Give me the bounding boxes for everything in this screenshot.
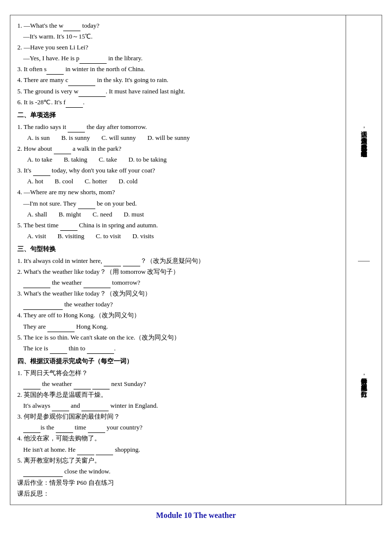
sc1-line: 1. The radio says it the day after tomor… — [17, 122, 339, 132]
tr4-line2: They are Hong Kong. — [23, 321, 339, 332]
sc2-optD[interactable]: D. to be taking — [128, 154, 166, 165]
sc3-blank[interactable] — [33, 169, 50, 176]
tr5-blank1[interactable] — [50, 347, 67, 354]
tr2-blank2[interactable] — [83, 281, 111, 288]
tr3-line1: 3. What's the weather like today？（改为同义句） — [17, 288, 339, 299]
q3-blank[interactable] — [46, 68, 64, 75]
section4-title: 四、根据汉语提示完成句子（每空一词） — [17, 356, 339, 367]
q1-blank[interactable] — [63, 24, 80, 31]
homework-line1: 课后作业：情景导学 P60 自在练习 — [17, 477, 339, 488]
sc3-optA[interactable]: A. hot — [27, 176, 43, 187]
tr2-line2: the weather tomorrow? — [23, 277, 339, 288]
q5-blank[interactable] — [78, 90, 106, 97]
sc5-optD[interactable]: D. visits — [132, 231, 154, 242]
sc4-line1: 4. —Where are my new shorts, mom? — [17, 187, 339, 198]
tl4-en: He isn't at home. He shopping. — [23, 444, 339, 455]
sc2-optC[interactable]: C. take — [99, 154, 117, 165]
sc1-optD[interactable]: D. will be sunny — [148, 132, 190, 143]
sc1-optB[interactable]: B. is sunny — [61, 132, 90, 143]
sc5-blank[interactable] — [60, 224, 78, 231]
q2-line1: 2. —Have you seen Li Lei? — [17, 42, 339, 53]
q1-line2: —It's warm. It's 10～15℃. — [23, 31, 339, 42]
sc5-line: 5. The best time China is in spring and … — [17, 220, 339, 231]
sc1-optC[interactable]: C. will sunny — [102, 132, 136, 143]
q1-line1: 1. —What's the w today? — [17, 20, 339, 31]
sc2-blank[interactable] — [54, 147, 71, 154]
q1-num: 1. —What's the w — [17, 22, 63, 29]
left-panel: 1. —What's the w today? —It's warm. It's… — [10, 15, 346, 505]
tr5-blank2[interactable] — [87, 347, 114, 354]
q6-blank[interactable] — [66, 101, 83, 108]
homework-section: 课后作业：情景导学 P60 自在练习 课后反思： — [17, 477, 339, 499]
tl2-cn: 2. 英国的冬季总是温暖而干燥。 — [17, 389, 339, 400]
right-bottom-content: 情景导学师讲时，生用红笔纠正并批改，打出分数。 — [358, 373, 370, 392]
sc3-optB[interactable]: B. cool — [55, 176, 74, 187]
tr3-blank1[interactable] — [23, 303, 63, 310]
tl2-en: It's always and winter in England. — [23, 400, 339, 411]
sc5-optA[interactable]: A. visit — [27, 231, 46, 242]
tl1-blank1[interactable] — [23, 383, 40, 389]
sc4-optD[interactable]: D. must — [123, 209, 144, 220]
tl4-cn: 4. 他没在家，可能去购物了。 — [17, 433, 339, 444]
sc3-optD[interactable]: D. cold — [118, 176, 137, 187]
right-top-text: 课后训练，为课后家庭作业，完成后交老师处批改，总结出学生的学习效果与不足之处。 — [358, 19, 370, 261]
tl1-en: the weather next Sunday? — [23, 379, 339, 389]
tl5-blank1[interactable] — [23, 470, 63, 477]
tl1-blank3[interactable] — [92, 383, 110, 389]
section-fill: 1. —What's the w today? —It's warm. It's… — [17, 20, 339, 108]
sc4-optA[interactable]: A. shall — [27, 209, 47, 220]
q2-blank[interactable] — [79, 57, 107, 64]
section-single: 二、单项选择 1. The radio says it the day afte… — [17, 110, 339, 242]
tr4-line1: 4. They are off to Hong Kong.（改为同义句） — [17, 310, 339, 321]
tr5-line1: 5. The ice is so thin. We can't skate on… — [17, 332, 339, 343]
sc5-options: A. visit B. visiting C. to visit D. visi… — [27, 231, 339, 242]
q4-line: 4. There are many c in the sky. It's goi… — [17, 75, 339, 85]
homework-line2: 课后反思： — [17, 488, 339, 499]
sc1-blank[interactable] — [68, 126, 85, 132]
tl1-cn: 1. 下周日天气将会怎样？ — [17, 368, 339, 379]
q1-after: today? — [80, 22, 99, 29]
sc2-optA[interactable]: A. to take — [27, 154, 52, 165]
tl3-en: is the time your country? — [23, 422, 339, 433]
section-transform: 三、句型转换 1. It's always cold in winter her… — [17, 244, 339, 354]
tr1-line1: 1. It's always cold in winter here, ？（改为… — [17, 256, 339, 266]
sc4-blank[interactable] — [78, 202, 95, 209]
tr1-blank1[interactable] — [104, 259, 121, 266]
tl1-blank2[interactable] — [74, 383, 91, 389]
section-translate: 四、根据汉语提示完成句子（每空一词） 1. 下周日天气将会怎样？ the wea… — [17, 356, 339, 477]
tl2-blank2[interactable] — [81, 404, 109, 411]
sc5-optB[interactable]: B. visiting — [58, 231, 84, 242]
sc1-optA[interactable]: A. is sun — [27, 132, 50, 143]
right-bottom-text: 情景导学师讲时，生用红笔纠正并批改，打出分数。 — [358, 261, 370, 501]
sc2-options: A. to take B. taking C. take D. to be ta… — [27, 154, 339, 165]
tl3-blank3[interactable] — [88, 426, 105, 433]
tr3-line2: the weather today? — [23, 299, 339, 310]
q5-line: 5. The ground is very w. It must have ra… — [17, 86, 339, 97]
sc3-line: 3. It's today, why don't you take off yo… — [17, 165, 339, 176]
q2-line2: —Yes, I have. He is p in the library. — [23, 53, 339, 64]
sc4-optB[interactable]: B. might — [59, 209, 81, 220]
right-top-content: 课后训练，为课后家庭作业，完成后交老师处批改，总结出学生的学习效果与不足之处。 — [358, 126, 370, 152]
main-content: 1. —What's the w today? —It's warm. It's… — [10, 15, 382, 505]
sc5-optC[interactable]: C. to visit — [96, 231, 121, 242]
section3-title: 三、句型转换 — [17, 244, 339, 255]
page: 1. —What's the w today? —It's warm. It's… — [0, 0, 392, 555]
sc3-optC[interactable]: C. hotter — [85, 176, 108, 187]
tr4-blank[interactable] — [47, 325, 75, 332]
tl5-cn: 5. 离开教室时别忘了关窗户。 — [17, 455, 339, 466]
tr2-blank1[interactable] — [23, 281, 50, 288]
footer-title: Module 10 The weather — [10, 511, 382, 520]
tr1-blank2[interactable] — [123, 259, 140, 266]
q6-line: 6. It is -28℃. It's f. — [17, 97, 339, 108]
tl4-blank2[interactable] — [96, 448, 113, 455]
section2-title: 二、单项选择 — [17, 110, 339, 121]
tl2-blank1[interactable] — [52, 404, 69, 411]
tl4-blank1[interactable] — [77, 448, 94, 455]
tl3-blank2[interactable] — [56, 426, 73, 433]
sc4-optC[interactable]: C. need — [92, 209, 112, 220]
right-panel: 课后训练，为课后家庭作业，完成后交老师处批改，总结出学生的学习效果与不足之处。 … — [346, 15, 382, 505]
tl3-blank1[interactable] — [23, 426, 40, 433]
tl5-en: close the window. — [23, 466, 339, 477]
q4-blank[interactable] — [68, 79, 95, 86]
sc2-optB[interactable]: B. taking — [64, 154, 87, 165]
